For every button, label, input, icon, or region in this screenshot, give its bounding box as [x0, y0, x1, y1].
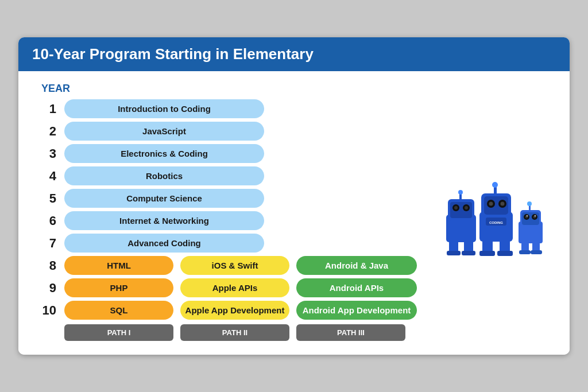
year-row-10: 10SQLApple App DevelopmentAndroid App De… [36, 301, 432, 320]
year-row-6: 6Internet & Networking [36, 211, 432, 230]
course-pill: Computer Science [64, 189, 264, 208]
year-number: 2 [36, 124, 64, 139]
rows-wrapper: 1Introduction to Coding2JavaScript3Elect… [36, 99, 552, 341]
svg-point-45 [535, 215, 536, 216]
paths-row: PATH IPATH IIPATH III [36, 324, 432, 341]
three-col: HTMLiOS & SwiftAndroid & Java [64, 256, 417, 275]
svg-point-13 [458, 190, 463, 195]
year-number: 7 [36, 236, 64, 251]
year-number: 3 [36, 146, 64, 161]
course-pill: JavaScript [64, 122, 264, 141]
course-pill-yellow: Apple APIs [180, 278, 289, 297]
year-row-5: 5Computer Science [36, 189, 432, 208]
svg-rect-24 [479, 251, 495, 256]
course-pill-orange: PHP [64, 278, 173, 297]
year-row-9: 9PHPApple APIsAndroid APIs [36, 278, 432, 297]
svg-point-20 [501, 201, 505, 205]
main-card: 10-Year Program Starting in Elementary Y… [18, 37, 570, 355]
svg-point-5 [454, 206, 458, 209]
course-pill-green: Android APIs [296, 278, 417, 297]
svg-point-19 [489, 201, 493, 205]
three-col: PHPApple APIsAndroid APIs [64, 278, 417, 297]
year-row-8: 8HTMLiOS & SwiftAndroid & Java [36, 256, 432, 275]
svg-rect-21 [488, 210, 504, 212]
svg-rect-26 [494, 187, 497, 195]
year-row-1: 1Introduction to Coding [36, 99, 432, 118]
svg-rect-40 [519, 250, 531, 254]
course-pill: Internet & Networking [64, 211, 264, 230]
svg-rect-7 [454, 213, 469, 215]
path-label: PATH III [296, 324, 405, 341]
svg-rect-41 [531, 250, 542, 254]
year-row-2: 2JavaScript [36, 122, 432, 141]
robot-area: CODING [432, 99, 552, 341]
course-pill-orange: SQL [64, 301, 173, 320]
years-1-7: 1Introduction to Coding2JavaScript3Elect… [36, 99, 432, 253]
year-number: 4 [36, 169, 64, 184]
course-pill-orange: HTML [64, 256, 173, 275]
year-number: 5 [36, 191, 64, 206]
year-number: 8 [36, 258, 64, 273]
course-pill: Introduction to Coding [64, 99, 264, 118]
years-8-10: 8HTMLiOS & SwiftAndroid & Java9PHPApple … [36, 256, 432, 320]
svg-rect-25 [497, 251, 513, 256]
year-number: 9 [36, 281, 64, 296]
svg-point-44 [527, 215, 528, 216]
svg-rect-11 [462, 251, 475, 255]
course-pill: Advanced Coding [64, 234, 264, 253]
svg-text:CODING: CODING [489, 221, 503, 224]
svg-point-27 [492, 182, 498, 188]
course-pill: Robotics [64, 166, 264, 185]
course-pill-yellow: iOS & Swift [180, 256, 289, 275]
year-row-7: 7Advanced Coding [36, 234, 432, 253]
year-label: YEAR [36, 83, 552, 95]
path-label: PATH I [64, 324, 173, 341]
left-rows: 1Introduction to Coding2JavaScript3Elect… [36, 99, 432, 341]
svg-rect-37 [525, 222, 536, 223]
year-number: 1 [36, 102, 64, 117]
year-number: 10 [36, 303, 64, 318]
path-label: PATH II [180, 324, 289, 341]
year-row-4: 4Robotics [36, 166, 432, 185]
three-col: SQLApple App DevelopmentAndroid App Deve… [64, 301, 417, 320]
svg-rect-10 [447, 251, 461, 255]
year-row-3: 3Electronics & Coding [36, 144, 432, 163]
content-area: YEAR 1Introduction to Coding2JavaScript3… [18, 71, 570, 355]
course-pill: Electronics & Coding [64, 144, 264, 163]
course-pill-yellow: Apple App Development [180, 301, 289, 320]
robot-illustration: CODING [438, 172, 547, 269]
course-pill-green: Android & Java [296, 256, 417, 275]
svg-point-6 [465, 206, 468, 209]
page-title: 10-Year Program Starting in Elementary [32, 45, 556, 63]
svg-point-43 [527, 201, 532, 206]
header-bar: 10-Year Program Starting in Elementary [18, 37, 570, 71]
course-pill-green: Android App Development [296, 301, 417, 320]
year-number: 6 [36, 214, 64, 228]
